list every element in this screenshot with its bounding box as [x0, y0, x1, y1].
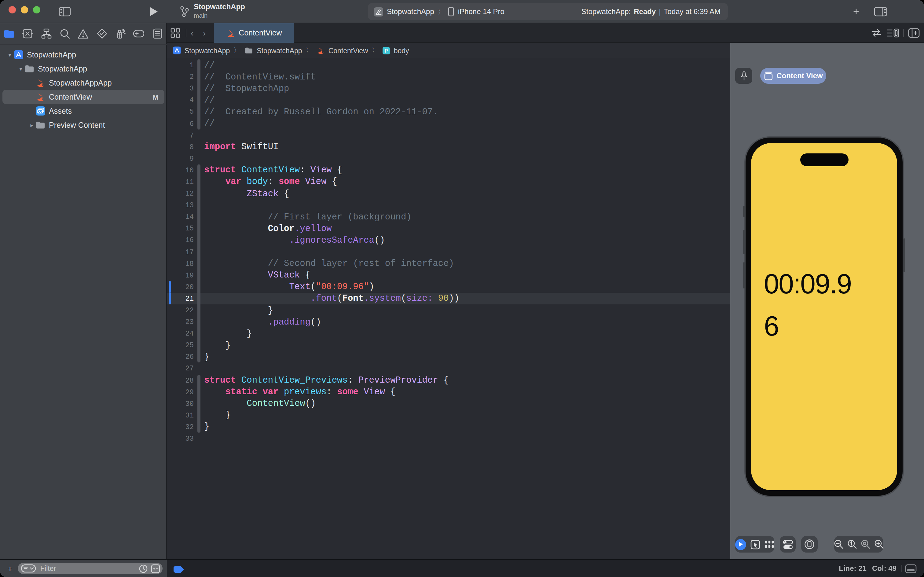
- line-number[interactable]: 15: [167, 225, 194, 232]
- disclosure-icon[interactable]: ▸: [28, 122, 35, 128]
- line-number[interactable]: 27: [167, 364, 194, 372]
- project-navigator-icon[interactable]: [0, 23, 19, 44]
- fold-ribbon[interactable]: [194, 421, 204, 433]
- zoom-in-button[interactable]: [874, 539, 884, 550]
- line-number[interactable]: 28: [167, 376, 194, 384]
- device-settings-button[interactable]: [780, 536, 796, 553]
- variants-button[interactable]: [765, 540, 774, 549]
- fold-ribbon[interactable]: [194, 71, 204, 82]
- line-number[interactable]: 5: [167, 108, 194, 116]
- line-number[interactable]: 1: [167, 61, 194, 69]
- tab-contentview[interactable]: ContentView: [214, 23, 294, 43]
- editor-options-icon[interactable]: [887, 23, 903, 43]
- related-items-icon[interactable]: [171, 23, 184, 43]
- fold-ribbon[interactable]: [194, 199, 204, 211]
- fold-ribbon[interactable]: [194, 141, 204, 153]
- line-number[interactable]: 14: [167, 213, 194, 221]
- run-destination[interactable]: iPhone 14 Pro: [458, 7, 504, 16]
- line-number[interactable]: 24: [167, 329, 194, 337]
- disclosure-icon[interactable]: ▾: [17, 66, 24, 72]
- fold-ribbon[interactable]: [194, 246, 204, 258]
- run-button[interactable]: [146, 0, 161, 23]
- line-number[interactable]: 13: [167, 201, 194, 209]
- zoom-fit-button[interactable]: [860, 539, 871, 550]
- line-number[interactable]: 3: [167, 84, 194, 92]
- toggle-navigator-icon[interactable]: [56, 0, 73, 23]
- fold-ribbon[interactable]: [194, 258, 204, 269]
- breakpoint-indicator[interactable]: [174, 566, 184, 573]
- tree-item-stopwatchappapp[interactable]: StopwatchAppApp: [0, 76, 167, 90]
- statusbar-toggle-icon[interactable]: [905, 564, 917, 573]
- line-number[interactable]: 33: [167, 435, 194, 443]
- fold-ribbon[interactable]: [194, 386, 204, 398]
- fold-ribbon[interactable]: [194, 293, 204, 305]
- line-number[interactable]: 30: [167, 400, 194, 408]
- line-number[interactable]: 11: [167, 178, 194, 186]
- zoom-100-button[interactable]: [847, 539, 857, 550]
- scheme-selector[interactable]: StopwatchApp 〉 iPhone 14 Pro: [374, 7, 504, 16]
- breadcrumb-contentview[interactable]: ContentView: [316, 46, 368, 55]
- line-number[interactable]: 31: [167, 411, 194, 419]
- live-preview-button[interactable]: [735, 539, 746, 550]
- fold-ribbon[interactable]: [194, 363, 204, 374]
- line-number[interactable]: 10: [167, 166, 194, 174]
- source-editor[interactable]: 1//2// ContentView.swift3// StopwatchApp…: [167, 58, 730, 559]
- minimize-window-button[interactable]: [21, 6, 28, 13]
- tree-item-assets[interactable]: Assets: [0, 104, 167, 118]
- fold-ribbon[interactable]: [194, 153, 204, 164]
- line-number[interactable]: 22: [167, 306, 194, 314]
- fold-ribbon[interactable]: [194, 176, 204, 188]
- source-control-icon[interactable]: [19, 23, 37, 44]
- pin-preview-button[interactable]: [735, 68, 752, 84]
- fold-ribbon[interactable]: [194, 129, 204, 141]
- fold-ribbon[interactable]: [194, 82, 204, 94]
- close-window-button[interactable]: [8, 6, 16, 13]
- filter-input[interactable]: [39, 564, 136, 573]
- breadcrumb-body[interactable]: Pbody: [382, 46, 409, 55]
- line-number[interactable]: 17: [167, 248, 194, 256]
- tree-item-stopwatchapp[interactable]: ▾StopwatchApp: [0, 62, 167, 76]
- symbols-icon[interactable]: [37, 23, 56, 44]
- fold-ribbon[interactable]: [194, 223, 204, 234]
- line-number[interactable]: 12: [167, 190, 194, 197]
- tree-item-preview-content[interactable]: ▸Preview Content: [0, 118, 167, 132]
- line-number[interactable]: 8: [167, 143, 194, 151]
- tests-icon[interactable]: [93, 23, 111, 44]
- add-editor-icon[interactable]: [908, 23, 924, 43]
- filter-options-icon[interactable]: [21, 564, 36, 573]
- flagged-filter-icon[interactable]: [151, 564, 160, 573]
- add-file-button[interactable]: +: [7, 563, 13, 574]
- go-back-icon[interactable]: ‹: [191, 23, 202, 43]
- search-icon[interactable]: [56, 23, 74, 44]
- preview-target-button[interactable]: Content View: [760, 68, 826, 84]
- line-number[interactable]: 32: [167, 423, 194, 431]
- fold-ribbon[interactable]: [194, 234, 204, 246]
- recents-filter-icon[interactable]: [139, 564, 148, 573]
- fold-ribbon[interactable]: [194, 351, 204, 363]
- fold-ribbon[interactable]: [194, 164, 204, 176]
- fold-ribbon[interactable]: [194, 106, 204, 118]
- add-item-button[interactable]: +: [850, 0, 863, 23]
- reports-icon[interactable]: [148, 23, 167, 44]
- line-number[interactable]: 6: [167, 119, 194, 127]
- line-number[interactable]: 19: [167, 271, 194, 279]
- selectable-mode-button[interactable]: [750, 539, 760, 549]
- preview-on-device-button[interactable]: [801, 536, 818, 553]
- issues-icon[interactable]: [74, 23, 93, 44]
- go-forward-icon[interactable]: ›: [203, 23, 214, 43]
- breadcrumb-stopwatchapp[interactable]: StopwatchApp: [172, 46, 230, 55]
- line-number[interactable]: 23: [167, 318, 194, 326]
- line-number[interactable]: 26: [167, 353, 194, 361]
- fold-ribbon[interactable]: [194, 94, 204, 106]
- fold-ribbon[interactable]: [194, 374, 204, 386]
- fold-ribbon[interactable]: [194, 305, 204, 316]
- debug-icon[interactable]: [111, 23, 130, 44]
- fold-ribbon[interactable]: [194, 316, 204, 328]
- tree-item-stopwatchapp[interactable]: ▾StopwatchApp: [0, 48, 167, 62]
- line-number[interactable]: 9: [167, 155, 194, 163]
- fold-ribbon[interactable]: [194, 211, 204, 222]
- zoom-window-button[interactable]: [33, 6, 40, 13]
- zoom-out-button[interactable]: [833, 539, 844, 550]
- fold-ribbon[interactable]: [194, 59, 204, 71]
- fold-ribbon[interactable]: [194, 433, 204, 444]
